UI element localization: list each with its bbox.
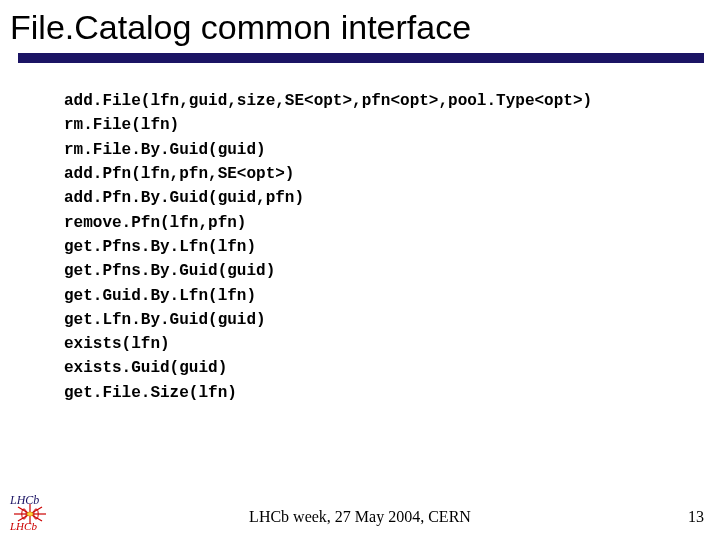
footer-center-text: LHCb week, 27 May 2004, CERN [0, 508, 720, 526]
api-item: add.Pfn(lfn,pfn,SE<opt>) [64, 162, 720, 186]
api-item: get.Pfns.By.Guid(guid) [64, 259, 720, 283]
api-list: add.File(lfn,guid,size,SE<opt>,pfn<opt>,… [0, 63, 720, 405]
api-item: get.Guid.By.Lfn(lfn) [64, 284, 720, 308]
slide-title: File.Catalog common interface [10, 8, 712, 47]
footer: LHCb LHCb LHCb week, 27 May 2004, CERN 1… [0, 492, 720, 532]
api-item: rm.File.By.Guid(guid) [64, 138, 720, 162]
api-item: exists(lfn) [64, 332, 720, 356]
logo-text-top: LHCb [9, 493, 39, 507]
api-item: add.File(lfn,guid,size,SE<opt>,pfn<opt>,… [64, 89, 720, 113]
page-number: 13 [688, 508, 704, 526]
api-item: rm.File(lfn) [64, 113, 720, 137]
api-item: exists.Guid(guid) [64, 356, 720, 380]
api-item: get.File.Size(lfn) [64, 381, 720, 405]
title-area: File.Catalog common interface [0, 0, 720, 63]
api-item: remove.Pfn(lfn,pfn) [64, 211, 720, 235]
title-underline [18, 53, 704, 63]
slide: File.Catalog common interface add.File(l… [0, 0, 720, 540]
api-item: get.Pfns.By.Lfn(lfn) [64, 235, 720, 259]
api-item: get.Lfn.By.Guid(guid) [64, 308, 720, 332]
api-item: add.Pfn.By.Guid(guid,pfn) [64, 186, 720, 210]
